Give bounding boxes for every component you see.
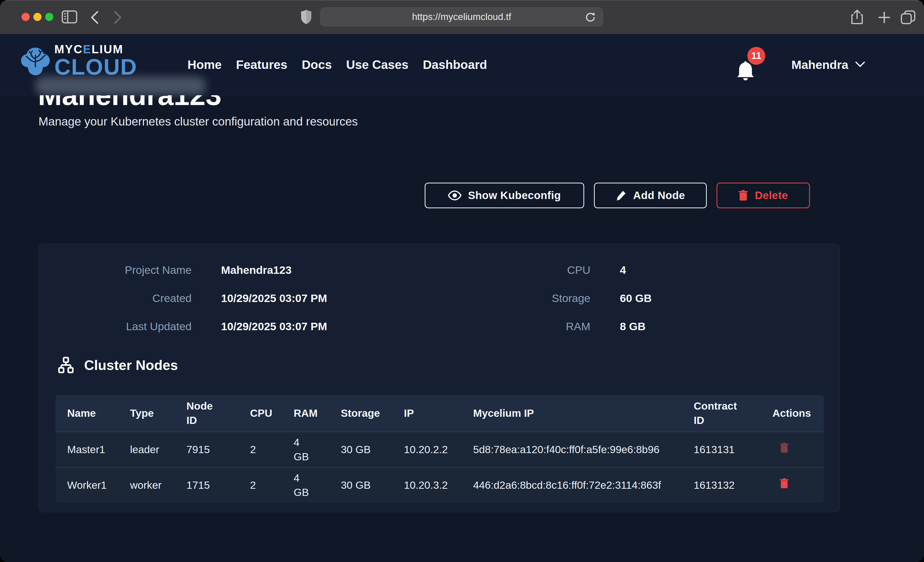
logo-line2: CLOUD [54, 55, 137, 78]
cluster-nodes-heading: Cluster Nodes [57, 357, 178, 374]
table-header-row: Name Type Node ID CPU RAM Storage IP Myc… [56, 395, 824, 432]
user-menu[interactable]: Mahendra [791, 34, 865, 95]
chevron-down-icon [855, 61, 865, 68]
col-actions: Actions [761, 395, 824, 432]
forward-icon[interactable] [113, 11, 122, 24]
detail-label: CPU [529, 264, 590, 277]
detail-label: Storage [529, 292, 590, 305]
notifications-button[interactable]: 11 [735, 49, 771, 87]
cell-type: leader [118, 432, 175, 468]
eye-icon [448, 190, 461, 200]
delete-label: Delete [755, 189, 788, 202]
table-row: Master1 leader 7915 2 4 GB 30 GB 10.20.2… [56, 432, 824, 468]
close-window-button[interactable] [21, 13, 30, 21]
add-node-button[interactable]: Add Node [594, 182, 707, 208]
share-icon[interactable] [851, 9, 863, 25]
zoom-window-button[interactable] [45, 13, 53, 21]
add-node-label: Add Node [633, 189, 685, 202]
detail-label: RAM [529, 320, 590, 333]
trash-icon [780, 442, 789, 453]
show-kubeconfig-button[interactable]: Show Kubeconfig [424, 182, 584, 208]
page-title-blur-ghost [35, 76, 206, 95]
cell-actions [761, 468, 824, 503]
col-storage: Storage [329, 395, 392, 432]
cell-storage: 30 GB [329, 432, 392, 468]
nav-link-dashboard[interactable]: Dashboard [423, 58, 487, 72]
cell-mycelium-ip: 446:d2a6:8bcd:8c16:ff0f:72e2:3114:863f [462, 468, 682, 503]
col-cpu: CPU [238, 395, 282, 432]
cell-name: Master1 [56, 432, 118, 468]
browser-window: https://myceliumcloud.tf Mahendra123 Man… [0, 0, 924, 562]
col-ip: IP [392, 395, 462, 432]
minimize-window-button[interactable] [33, 13, 42, 21]
trash-icon [738, 190, 748, 201]
back-icon[interactable] [90, 11, 99, 24]
detail-value: 10/29/2025 03:07 PM [221, 292, 327, 305]
detail-value: 4 [620, 264, 652, 277]
cell-actions [761, 432, 824, 468]
page-title: Mahendra123 [38, 95, 397, 105]
col-mycelium-ip: Mycelium IP [462, 395, 682, 432]
pencil-icon [616, 190, 627, 201]
cell-storage: 30 GB [329, 468, 392, 503]
cluster-actions: Show Kubeconfig Add Node Delete [424, 182, 810, 208]
col-type: Type [118, 395, 175, 432]
cell-ip: 10.20.2.2 [392, 432, 462, 468]
address-bar[interactable]: https://myceliumcloud.tf [320, 7, 603, 27]
user-name: Mahendra [791, 58, 848, 72]
cell-mycelium-ip: 5d8:78ea:a120:f40c:ff0f:a5fe:99e6:8b96 [462, 432, 682, 468]
notification-count-badge: 11 [747, 47, 765, 65]
col-node-id: Node ID [175, 395, 238, 432]
nav-link-home[interactable]: Home [188, 58, 222, 72]
tab-overview-icon[interactable] [901, 10, 915, 25]
detail-label: Project Name [56, 264, 192, 277]
cell-node-id: 7915 [175, 432, 238, 468]
nav-link-use-cases[interactable]: Use Cases [346, 58, 408, 72]
cell-cpu: 2 [238, 468, 282, 503]
logo-line1: MYCELIUM [54, 43, 137, 55]
privacy-shield-icon[interactable] [301, 9, 312, 25]
page-title-clip: Mahendra123 [38, 95, 397, 105]
nodes-table: Name Type Node ID CPU RAM Storage IP Myc… [56, 395, 824, 503]
cell-contract-id: 1613131 [682, 432, 761, 468]
cell-ram: 4 GB [282, 468, 329, 503]
cluster-nodes-title: Cluster Nodes [84, 357, 178, 373]
col-name: Name [56, 395, 118, 432]
logo[interactable]: MYCELIUM CLOUD [20, 43, 137, 78]
cell-cpu: 2 [238, 432, 282, 468]
mycelium-cloud-logo-icon [20, 46, 51, 76]
col-contract-id: Contract ID [682, 395, 761, 432]
delete-node-button[interactable] [780, 478, 789, 489]
show-kubeconfig-label: Show Kubeconfig [468, 189, 561, 202]
nav-links: Home Features Docs Use Cases Dashboard [188, 34, 487, 95]
cell-contract-id: 1613132 [682, 468, 761, 503]
detail-value: Mahendra123 [221, 264, 327, 277]
cell-type: worker [118, 468, 175, 503]
detail-value: 60 GB [620, 292, 652, 305]
table-row: Worker1 worker 1715 2 4 GB 30 GB 10.20.3… [56, 468, 824, 503]
details-right: CPU 4 Storage 60 GB RAM 8 GB [529, 264, 652, 333]
delete-cluster-button[interactable]: Delete [717, 182, 810, 208]
cell-name: Worker1 [56, 468, 118, 503]
trash-icon [780, 478, 789, 489]
detail-label: Created [56, 292, 192, 305]
nav-link-docs[interactable]: Docs [302, 58, 332, 72]
nav-link-features[interactable]: Features [236, 58, 287, 72]
reload-icon[interactable] [585, 11, 596, 22]
browser-toolbar: https://myceliumcloud.tf [0, 0, 924, 34]
cell-ram: 4 GB [282, 432, 329, 468]
detail-value: 8 GB [620, 320, 652, 333]
logo-text: MYCELIUM CLOUD [54, 43, 137, 78]
cell-ip: 10.20.3.2 [392, 468, 462, 503]
delete-node-button-disabled[interactable] [780, 442, 789, 453]
address-bar-url: https://myceliumcloud.tf [412, 12, 512, 22]
col-ram: RAM [282, 395, 329, 432]
sidebar-toggle-icon[interactable] [62, 10, 78, 24]
page-subtitle: Manage your Kubernetes cluster configura… [39, 115, 358, 129]
detail-label: Last Updated [56, 320, 192, 333]
detail-value: 10/29/2025 03:07 PM [221, 320, 327, 333]
new-tab-icon[interactable] [878, 11, 890, 24]
cell-node-id: 1715 [175, 468, 238, 503]
cluster-details-card: Project Name Mahendra123 Created 10/29/2… [39, 244, 840, 512]
details-left: Project Name Mahendra123 Created 10/29/2… [56, 264, 327, 333]
